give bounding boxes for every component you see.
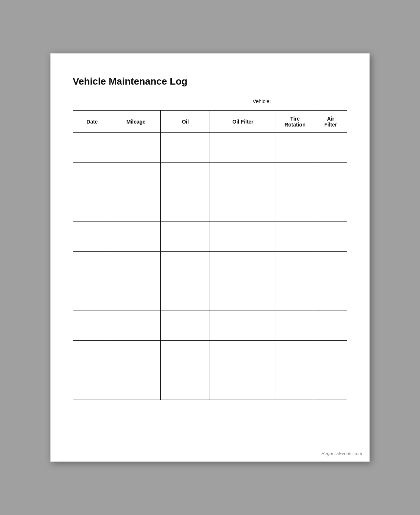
table-cell xyxy=(314,370,347,400)
table-cell xyxy=(73,133,111,163)
table-cell xyxy=(73,163,111,192)
col-header-date: Date xyxy=(73,111,111,133)
table-cell xyxy=(161,252,210,281)
table-cell xyxy=(276,370,314,400)
table-cell xyxy=(111,192,161,222)
col-header-air-filter: AirFilter xyxy=(314,111,347,133)
table-cell xyxy=(111,252,161,281)
table-body xyxy=(73,133,347,400)
table-cell xyxy=(161,163,210,192)
table-cell xyxy=(210,163,276,192)
table-cell xyxy=(161,222,210,252)
table-cell xyxy=(111,370,161,400)
table-cell xyxy=(314,163,347,192)
col-header-oil-filter: Oil Filter xyxy=(210,111,276,133)
table-cell xyxy=(161,311,210,341)
table-cell xyxy=(73,341,111,370)
table-cell xyxy=(111,311,161,341)
table-cell xyxy=(210,281,276,311)
col-header-oil: Oil xyxy=(161,111,210,133)
table-cell xyxy=(161,133,210,163)
page-title: Vehicle Maintenance Log xyxy=(73,76,347,87)
table-row xyxy=(73,281,347,311)
table-row xyxy=(73,192,347,222)
table-cell xyxy=(111,281,161,311)
watermark: HegnessEvents.com xyxy=(321,451,362,456)
table-row xyxy=(73,133,347,163)
vehicle-input-line xyxy=(273,98,347,104)
table-cell xyxy=(210,370,276,400)
table-cell xyxy=(314,311,347,341)
table-cell xyxy=(161,370,210,400)
table-cell xyxy=(314,222,347,252)
table-cell xyxy=(276,163,314,192)
table-cell xyxy=(111,341,161,370)
table-cell xyxy=(276,281,314,311)
table-cell xyxy=(210,252,276,281)
table-cell xyxy=(276,222,314,252)
table-cell xyxy=(161,281,210,311)
vehicle-label: Vehicle: xyxy=(253,98,271,104)
table-cell xyxy=(314,281,347,311)
table-cell xyxy=(276,192,314,222)
table-cell xyxy=(73,370,111,400)
table-row xyxy=(73,341,347,370)
table-cell xyxy=(111,133,161,163)
table-row xyxy=(73,311,347,341)
table-cell xyxy=(276,133,314,163)
table-cell xyxy=(210,311,276,341)
table-cell xyxy=(111,222,161,252)
table-cell xyxy=(314,252,347,281)
table-cell xyxy=(276,341,314,370)
document-page: Vehicle Maintenance Log Vehicle: Date Mi… xyxy=(50,53,370,462)
table-cell xyxy=(210,341,276,370)
table-cell xyxy=(73,311,111,341)
col-header-mileage: Mileage xyxy=(111,111,161,133)
table-cell xyxy=(276,311,314,341)
table-row xyxy=(73,163,347,192)
table-cell xyxy=(73,192,111,222)
vehicle-line: Vehicle: xyxy=(73,98,347,104)
table-row xyxy=(73,252,347,281)
table-header-row: Date Mileage Oil Oil Filter TireRotation… xyxy=(73,111,347,133)
table-row xyxy=(73,370,347,400)
maintenance-log-table: Date Mileage Oil Oil Filter TireRotation… xyxy=(73,110,347,400)
table-cell xyxy=(161,341,210,370)
table-cell xyxy=(314,133,347,163)
table-cell xyxy=(210,222,276,252)
table-cell xyxy=(73,281,111,311)
table-cell xyxy=(276,252,314,281)
table-cell xyxy=(73,252,111,281)
table-cell xyxy=(210,192,276,222)
col-header-tire-rotation: TireRotation xyxy=(276,111,314,133)
table-cell xyxy=(314,192,347,222)
table-cell xyxy=(111,163,161,192)
table-cell xyxy=(314,341,347,370)
table-cell xyxy=(161,192,210,222)
table-cell xyxy=(210,133,276,163)
table-row xyxy=(73,222,347,252)
table-cell xyxy=(73,222,111,252)
